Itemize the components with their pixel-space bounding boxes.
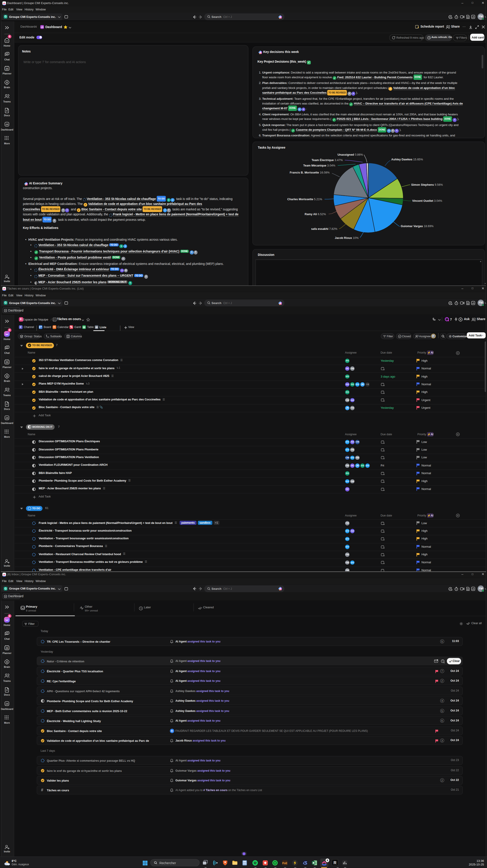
svg-text:Charles Morissette 5.21%: Charles Morissette 5.21% — [287, 197, 322, 201]
svg-text:Simon Stephens 9.56%: Simon Stephens 9.56% — [411, 183, 443, 186]
svg-text:25: 25 — [6, 647, 8, 649]
svg-text:Guiomar Vargas 18.69%: Guiomar Vargas 18.69% — [401, 224, 434, 228]
svg-text:25: 25 — [6, 361, 8, 364]
svg-text:25: 25 — [6, 68, 8, 70]
svg-text:Team Mécanique 3.04%: Team Mécanique 3.04% — [303, 164, 335, 167]
svg-text:Ramy Ali 6.52%: Ramy Ali 6.52% — [305, 212, 326, 216]
svg-text:Team Électrique 3.47%: Team Électrique 3.47% — [312, 158, 343, 162]
svg-text:Unassigned 0.86%: Unassigned 0.86% — [337, 153, 363, 156]
svg-text:safa essakhi 7.82%: safa essakhi 7.82% — [311, 227, 337, 230]
svg-text:PoE: PoE — [282, 862, 287, 865]
svg-text:z: z — [444, 661, 445, 663]
svg-text:Ashley Dawkes 15.65%: Ashley Dawkes 15.65% — [391, 158, 423, 161]
svg-text:Jacob Rioux 10%: Jacob Rioux 10% — [335, 236, 359, 240]
svg-text:Francis B. Morissette 16.08%: Francis B. Morissette 16.08% — [290, 171, 330, 174]
svg-text:Vincent Ouellet 3.04%: Vincent Ouellet 3.04% — [412, 199, 442, 203]
